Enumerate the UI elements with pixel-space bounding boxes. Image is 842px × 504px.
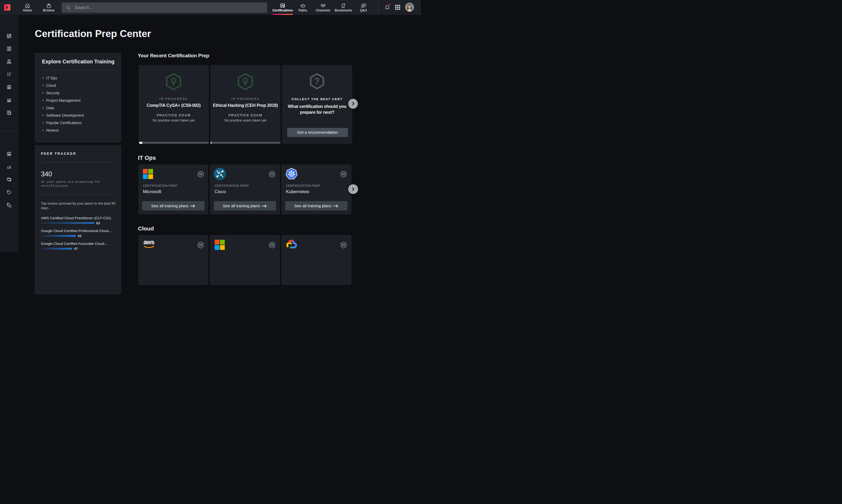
svg-text:aws: aws [143,239,154,246]
svg-text:?: ? [314,76,320,86]
